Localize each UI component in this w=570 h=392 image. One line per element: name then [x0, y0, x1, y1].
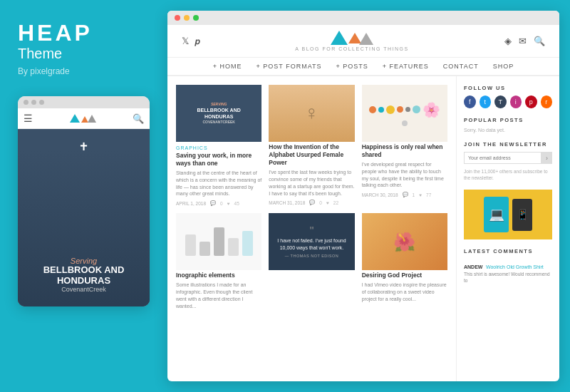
- newsletter-title: JOIN THE NEWSLETTER: [464, 141, 552, 148]
- comment-author: ANDEW: [464, 264, 482, 269]
- newsletter-desc: Join the 11,000+ others and subscribe to…: [464, 168, 552, 181]
- post-image-bellbrook: Serving BELLBROOK AND HONDURAS CovenantC…: [176, 85, 261, 142]
- mobile-search-icon[interactable]: 🔍: [133, 113, 144, 124]
- follow-pinterest[interactable]: p: [525, 96, 537, 108]
- browser-dot-maximize[interactable]: [193, 15, 199, 21]
- browser-dot-close[interactable]: [175, 15, 180, 21]
- logo-tri-teal: [70, 114, 80, 123]
- post-card: 🌺 Desiring God Project I had Vimeo video…: [362, 213, 447, 309]
- logo-triangles: [331, 31, 373, 45]
- like-count: 45: [234, 201, 239, 206]
- search-icon[interactable]: 🔍: [534, 36, 545, 46]
- mobile-dot-1: [24, 100, 28, 105]
- twitter-icon[interactable]: 𝕏: [182, 36, 189, 47]
- like-icon: ♥: [227, 201, 230, 206]
- post-date: MARCH 31, 2018: [269, 200, 305, 205]
- nav-home[interactable]: + HOME: [213, 63, 242, 70]
- sidebar: FOLLOW US f t T i p r POPULAR POSTS Sorr…: [456, 76, 559, 381]
- follow-instagram[interactable]: i: [510, 96, 522, 108]
- comment-entry: ANDEW Woolrich Old Growth Shirt This shi…: [464, 259, 552, 284]
- post-title: Inographic elements: [176, 272, 261, 279]
- pinterest-icon[interactable]: 𝙥: [195, 36, 200, 47]
- post-image-alphabet: ♀: [269, 85, 354, 142]
- post-card: ♀ How the Invention of the Alphabet Usur…: [269, 85, 354, 206]
- nav-features[interactable]: + FEATURES: [383, 63, 429, 70]
- post-image-happiness: 🌸: [362, 85, 447, 142]
- follow-twitter[interactable]: t: [480, 96, 492, 108]
- rss-icon[interactable]: ◈: [504, 36, 512, 46]
- site-main: Serving BELLBROOK AND HONDURAS CovenantC…: [167, 76, 559, 381]
- post-title: Saving your work, in more ways than one: [176, 152, 261, 167]
- comment-icon: 💬: [309, 200, 315, 205]
- popular-posts-empty: Sorry. No data yet.: [464, 128, 552, 133]
- newsletter-submit-button[interactable]: ›: [542, 152, 552, 164]
- comment-product[interactable]: Woolrich Old Growth Shirt: [486, 264, 544, 269]
- site-logo: A BLOG FOR COLLECTING THINGS: [295, 31, 408, 51]
- brand-subtitle: Theme: [18, 46, 150, 62]
- mobile-preview: ☰ 🔍 ✝ Serving BELLBROOK AND HONDURAS: [18, 96, 150, 306]
- like-count: 77: [426, 192, 431, 197]
- mobile-logo: [70, 114, 96, 123]
- follow-facebook[interactable]: f: [464, 96, 476, 108]
- nav-contact[interactable]: CONTACT: [443, 63, 479, 70]
- nav-post-formats[interactable]: + POST FORMATS: [256, 63, 322, 70]
- post-title: Happiness is only real when shared: [362, 143, 447, 159]
- nav-shop[interactable]: SHOP: [493, 63, 514, 70]
- content-area: Serving BELLBROOK AND HONDURAS CovenantC…: [167, 76, 456, 381]
- mail-icon[interactable]: ✉: [519, 36, 527, 46]
- mobile-header: ☰ 🔍: [18, 108, 150, 129]
- hamburger-icon[interactable]: ☰: [24, 113, 33, 124]
- posts-grid: Serving BELLBROOK AND HONDURAS CovenantC…: [176, 85, 447, 310]
- browser-dot-minimize[interactable]: [184, 15, 190, 21]
- desiring-shapes: 🌺: [393, 232, 415, 252]
- quote-attribution: — THOMAS NOT EDISON: [274, 254, 348, 258]
- post-image-desiring: 🌺: [362, 213, 447, 270]
- follow-tumblr[interactable]: T: [494, 96, 507, 108]
- like-count: 22: [333, 200, 338, 205]
- quote-block: " I have not failed. I've just found 10,…: [274, 226, 348, 258]
- comment-icon: 💬: [210, 200, 216, 206]
- mobile-content: ✝ Serving BELLBROOK AND HONDURAS Covenan…: [18, 129, 150, 306]
- site-header-top: 𝕏 𝙥 A BLOG FOR COLLECTING THINGS ◈ ✉ 🔍: [167, 25, 559, 57]
- header-right-icons: ◈ ✉ 🔍: [504, 36, 545, 46]
- mobile-dot-3: [39, 100, 44, 105]
- post-category: GRAPHICS: [176, 145, 261, 150]
- follow-icons: f t T i p r: [464, 96, 552, 108]
- comment-count: 0: [319, 200, 322, 205]
- brand-by: By pixelgrade: [18, 66, 150, 76]
- follow-rss[interactable]: r: [541, 96, 553, 108]
- post-meta: MARCH 30, 2018 💬 1 ♥ 77: [362, 192, 447, 197]
- mobile-post-sub: CovenantCreek: [25, 286, 142, 293]
- newsletter-input-row: ›: [464, 152, 552, 164]
- alphabet-inner: ♀: [269, 85, 354, 142]
- like-icon: ♥: [326, 200, 329, 205]
- popular-posts-title: POPULAR POSTS: [464, 117, 552, 123]
- mobile-post-title: BELLBROOK AND HONDURAS: [25, 265, 142, 286]
- mobile-dot-2: [31, 100, 36, 105]
- latest-comments-title: LATEST COMMENTS: [464, 248, 552, 254]
- post-excerpt: Standing at the centre of the heart of w…: [176, 170, 261, 197]
- right-panel: 𝕏 𝙥 A BLOG FOR COLLECTING THINGS ◈ ✉ 🔍 +…: [167, 11, 559, 381]
- like-icon: ♥: [419, 192, 422, 197]
- post-card: 🌸 Happiness is only real when shared I'v…: [362, 85, 447, 206]
- quote-mark: ": [274, 226, 348, 237]
- post-excerpt: Some illustrations I made for an infogra…: [176, 282, 261, 309]
- sidebar-ad[interactable]: 💻 📱: [464, 190, 552, 239]
- site-nav: + HOME + POST FORMATS + POSTS + FEATURES…: [167, 57, 559, 76]
- post-image-quote: " I have not failed. I've just found 10,…: [269, 213, 354, 270]
- nav-posts[interactable]: + POSTS: [336, 63, 368, 70]
- logo-triangle-grey: [359, 33, 373, 45]
- post-image-infographic: [176, 213, 261, 270]
- logo-tri-grey: [88, 115, 96, 123]
- post-card: Inographic elements Some illustrations I…: [176, 213, 261, 309]
- comment-icon: 💬: [403, 192, 408, 197]
- newsletter-input[interactable]: [464, 152, 542, 164]
- comment-text: This shirt is awesome! Would recommend t…: [464, 272, 552, 284]
- bellbrook-text: Serving BELLBROOK AND HONDURAS CovenantC…: [194, 98, 244, 128]
- post-date: MARCH 30, 2018: [362, 192, 398, 197]
- follow-us-title: FOLLOW US: [464, 85, 552, 91]
- browser-bar: [167, 11, 559, 25]
- site-tagline: A BLOG FOR COLLECTING THINGS: [295, 46, 408, 51]
- mobile-text-overlay: Serving BELLBROOK AND HONDURAS CovenantC…: [18, 257, 150, 293]
- site-header: 𝕏 𝙥 A BLOG FOR COLLECTING THINGS ◈ ✉ 🔍 +…: [167, 25, 559, 76]
